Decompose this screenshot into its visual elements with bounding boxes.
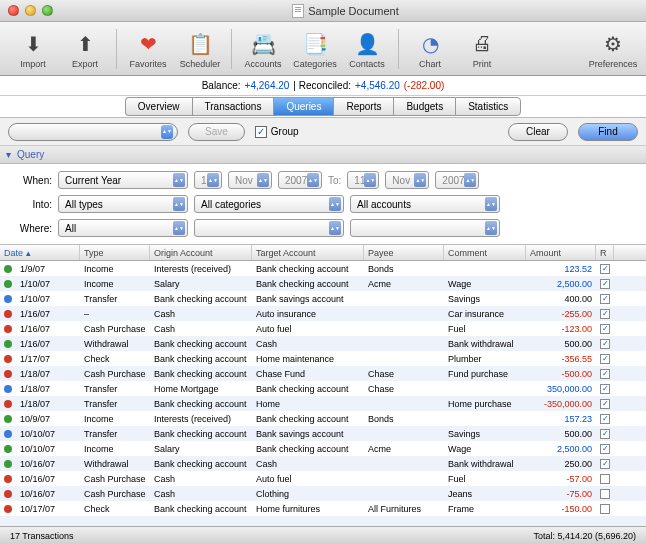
table-row[interactable]: 1/16/07–CashAuto insuranceCar insurance-…	[0, 306, 646, 321]
table-row[interactable]: 10/10/07TransferBank checking accountBan…	[0, 426, 646, 441]
save-button[interactable]: Save	[188, 123, 245, 141]
where-all-select[interactable]: All▲▼	[58, 219, 188, 237]
import-button[interactable]: ⬇Import	[8, 29, 58, 69]
cell-date: 1/10/07	[16, 294, 80, 304]
where-field3-select[interactable]: ▲▼	[350, 219, 500, 237]
cell-reconciled[interactable]	[596, 474, 614, 484]
cell-amount: -123.00	[526, 324, 596, 334]
column-comment[interactable]: Comment	[444, 245, 526, 260]
favorites-button[interactable]: ❤Favorites	[123, 29, 173, 69]
calendar-icon: 📋	[185, 29, 215, 59]
export-button[interactable]: ⬆Export	[60, 29, 110, 69]
from-year-select[interactable]: 2007▲▼	[278, 171, 322, 189]
categories-button[interactable]: 📑Categories	[290, 29, 340, 69]
into-accounts-select[interactable]: All accounts▲▼	[350, 195, 500, 213]
table-row[interactable]: 10/16/07Cash PurchaseCashClothingJeans-7…	[0, 486, 646, 501]
into-types-select[interactable]: All types▲▼	[58, 195, 188, 213]
cell-reconciled[interactable]: ✓	[596, 279, 614, 289]
scheduler-button[interactable]: 📋Scheduler	[175, 29, 225, 69]
cell-origin: Salary	[150, 279, 252, 289]
into-categories-select[interactable]: All categories▲▼	[194, 195, 344, 213]
contacts-button[interactable]: 👤Contacts	[342, 29, 392, 69]
table-row[interactable]: 1/18/07TransferBank checking accountHome…	[0, 396, 646, 411]
cell-reconciled[interactable]: ✓	[596, 444, 614, 454]
preferences-button[interactable]: ⚙Preferences	[588, 29, 638, 69]
toolbar: ⬇Import ⬆Export ❤Favorites 📋Scheduler 📇A…	[0, 22, 646, 76]
cell-reconciled[interactable]: ✓	[596, 264, 614, 274]
column-target-account[interactable]: Target Account	[252, 245, 364, 260]
cell-reconciled[interactable]: ✓	[596, 324, 614, 334]
cell-amount: 350,000.00	[526, 384, 596, 394]
table-row[interactable]: 1/17/07CheckBank checking accountHome ma…	[0, 351, 646, 366]
minimize-window-button[interactable]	[25, 5, 36, 16]
type-icon	[0, 310, 16, 318]
cell-target: Bank checking account	[252, 264, 364, 274]
column-date[interactable]: Date ▴	[0, 245, 80, 260]
tab-budgets[interactable]: Budgets	[393, 97, 455, 116]
cell-date: 10/16/07	[16, 489, 80, 499]
cell-reconciled[interactable]: ✓	[596, 369, 614, 379]
cell-reconciled[interactable]: ✓	[596, 294, 614, 304]
cell-reconciled[interactable]: ✓	[596, 309, 614, 319]
table-row[interactable]: 1/18/07TransferHome MortgageBank checkin…	[0, 381, 646, 396]
table-row[interactable]: 10/9/07IncomeInterests (received)Bank ch…	[0, 411, 646, 426]
tab-transactions[interactable]: Transactions	[192, 97, 274, 116]
table-row[interactable]: 1/9/07IncomeInterests (received)Bank che…	[0, 261, 646, 276]
from-month-select[interactable]: Nov▲▼	[228, 171, 272, 189]
column-amount[interactable]: Amount	[526, 245, 596, 260]
cell-amount: 123.52	[526, 264, 596, 274]
cell-comment: Fund purchase	[444, 369, 526, 379]
table-row[interactable]: 1/10/07IncomeSalaryBank checking account…	[0, 276, 646, 291]
table-row[interactable]: 10/16/07Cash PurchaseCashAuto fuelFuel-5…	[0, 471, 646, 486]
table-row[interactable]: 10/16/07WithdrawalBank checking accountC…	[0, 456, 646, 471]
to-year-select[interactable]: 2007▲▼	[435, 171, 479, 189]
where-field2-select[interactable]: ▲▼	[194, 219, 344, 237]
table-row[interactable]: 10/10/07IncomeSalaryBank checking accoun…	[0, 441, 646, 456]
cell-reconciled[interactable]: ✓	[596, 399, 614, 409]
when-range-select[interactable]: Current Year▲▼	[58, 171, 188, 189]
query-section-header[interactable]: ▾ Query	[0, 146, 646, 164]
from-day-select[interactable]: 1▲▼	[194, 171, 222, 189]
tab-reports[interactable]: Reports	[333, 97, 393, 116]
cell-reconciled[interactable]	[596, 489, 614, 499]
cell-reconciled[interactable]: ✓	[596, 414, 614, 424]
cell-reconciled[interactable]: ✓	[596, 429, 614, 439]
table-row[interactable]: 1/16/07Cash PurchaseCashAuto fuelFuel-12…	[0, 321, 646, 336]
column-type[interactable]: Type	[80, 245, 150, 260]
cell-reconciled[interactable]: ✓	[596, 354, 614, 364]
table-row[interactable]: 1/16/07WithdrawalBank checking accountCa…	[0, 336, 646, 351]
cell-origin: Bank checking account	[150, 369, 252, 379]
tab-queries[interactable]: Queries	[273, 97, 333, 116]
cell-reconciled[interactable]: ✓	[596, 339, 614, 349]
query-select[interactable]: ▲▼	[8, 123, 178, 141]
close-window-button[interactable]	[8, 5, 19, 16]
type-icon	[0, 325, 16, 333]
group-toggle[interactable]: ✓Group	[255, 126, 299, 138]
cell-reconciled[interactable]: ✓	[596, 459, 614, 469]
find-button[interactable]: Find	[578, 123, 638, 141]
cell-target: Bank checking account	[252, 279, 364, 289]
to-day-select[interactable]: 11▲▼	[347, 171, 379, 189]
cell-payee: Chase	[364, 384, 444, 394]
cell-type: Income	[80, 414, 150, 424]
cell-date: 1/18/07	[16, 369, 80, 379]
tab-overview[interactable]: Overview	[125, 97, 192, 116]
table-row[interactable]: 1/18/07Cash PurchaseBank checking accoun…	[0, 366, 646, 381]
column-r[interactable]: R	[596, 245, 614, 260]
zoom-window-button[interactable]	[42, 5, 53, 16]
table-row[interactable]: 10/17/07CheckBank checking accountHome f…	[0, 501, 646, 516]
clear-button[interactable]: Clear	[508, 123, 568, 141]
accounts-button[interactable]: 📇Accounts	[238, 29, 288, 69]
chart-button[interactable]: ◔Chart	[405, 29, 455, 69]
column-origin-account[interactable]: Origin Account	[150, 245, 252, 260]
cell-origin: Cash	[150, 309, 252, 319]
tab-statistics[interactable]: Statistics	[455, 97, 521, 116]
print-button[interactable]: 🖨Print	[457, 29, 507, 69]
to-month-select[interactable]: Nov▲▼	[385, 171, 429, 189]
cell-reconciled[interactable]: ✓	[596, 384, 614, 394]
table-row[interactable]: 1/10/07TransferBank checking accountBank…	[0, 291, 646, 306]
cell-reconciled[interactable]	[596, 504, 614, 514]
cell-date: 10/10/07	[16, 444, 80, 454]
cell-amount: 157.23	[526, 414, 596, 424]
column-payee[interactable]: Payee	[364, 245, 444, 260]
